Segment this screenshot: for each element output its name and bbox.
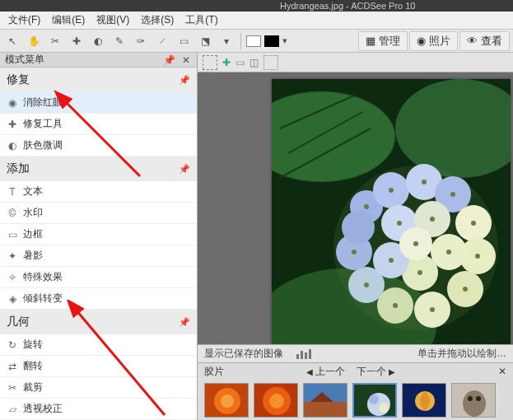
- thumbnail[interactable]: [402, 383, 446, 418]
- tool-item[interactable]: ✂裁剪: [0, 377, 197, 399]
- window-title: Hydrangeas.jpg - ACDSee Pro 10: [0, 0, 513, 12]
- tool-rect[interactable]: ▭: [175, 32, 193, 50]
- svg-point-40: [417, 270, 422, 275]
- svg-point-27: [389, 188, 394, 193]
- filmstrip-label: 胶片: [204, 365, 224, 379]
- tool-item[interactable]: ▭边框: [0, 224, 197, 245]
- thumbnail[interactable]: [451, 383, 496, 418]
- tool-item-icon: ↻: [7, 339, 18, 351]
- tool-item-label: 暑影: [23, 249, 43, 263]
- tool-item[interactable]: ⇄翻转: [0, 356, 197, 377]
- filmstrip-next[interactable]: 下一个 ▶: [357, 365, 395, 379]
- menu-view[interactable]: 视图(V): [91, 12, 134, 29]
- tool-item-label: 倾斜转变: [23, 292, 63, 306]
- tool-item-icon: T: [7, 186, 18, 198]
- thumbnail[interactable]: [254, 383, 298, 418]
- tool-eyedropper[interactable]: ✑: [132, 32, 150, 50]
- group-header[interactable]: 几何📌: [0, 310, 197, 334]
- eye-icon: 👁: [467, 35, 478, 47]
- tool-line[interactable]: ⟋: [153, 32, 171, 50]
- svg-point-48: [269, 394, 284, 408]
- group-title-label: 几何: [7, 315, 30, 329]
- tool-hand[interactable]: ✋: [25, 32, 43, 50]
- tool-shape[interactable]: ⬔: [196, 32, 214, 50]
- filmstrip-close-icon[interactable]: ✕: [498, 366, 506, 377]
- marquee-intersect-icon[interactable]: ◫: [250, 57, 259, 68]
- svg-point-28: [422, 180, 427, 184]
- image-canvas[interactable]: [272, 79, 511, 344]
- svg-point-37: [397, 221, 402, 226]
- tool-pointer[interactable]: ↖: [3, 32, 21, 50]
- swatch-black[interactable]: [264, 35, 279, 47]
- tool-item-label: 裁剪: [23, 380, 43, 394]
- tool-item[interactable]: ↻旋转: [0, 334, 197, 356]
- tool-item[interactable]: T文本: [0, 181, 197, 203]
- tool-crop[interactable]: ✂: [46, 32, 64, 50]
- swatch-white[interactable]: [246, 35, 261, 47]
- thumbnail[interactable]: [204, 383, 249, 418]
- tool-item-icon: ✦: [7, 250, 18, 262]
- tool-brush[interactable]: ✎: [110, 32, 128, 50]
- marquee-add-icon[interactable]: ✚: [222, 57, 231, 68]
- tool-clone[interactable]: ◐: [89, 32, 107, 50]
- filmstrip-prev[interactable]: ◀ 上一个: [306, 365, 345, 379]
- status-bar: 显示已保存的图像 单击并拖动以绘制…: [198, 344, 513, 362]
- tool-item-icon: ✚: [7, 119, 18, 130]
- svg-rect-50: [304, 402, 347, 418]
- panel-pin-icon[interactable]: 📌: [161, 54, 177, 66]
- svg-point-35: [364, 282, 369, 287]
- side-panel: 模式菜单 📌 ✕ 修复📌◉消除红眼✚修复工具◐肤色微调添加📌T文本©水印▭边框✦…: [0, 53, 198, 420]
- group-title-label: 添加: [7, 161, 30, 176]
- histogram-icon[interactable]: [296, 349, 311, 359]
- tool-item-icon: ◈: [7, 293, 18, 305]
- svg-point-19: [342, 211, 375, 244]
- pin-icon[interactable]: 📌: [179, 317, 190, 328]
- tool-item[interactable]: ◉消除红眼: [0, 92, 197, 114]
- marquee-ellipse-icon[interactable]: [263, 55, 278, 70]
- svg-point-30: [471, 221, 476, 226]
- group-header[interactable]: 修复📌: [0, 68, 197, 92]
- selection-toolbar: ✚ ▭ ◫: [198, 53, 513, 72]
- swatch-caret-icon[interactable]: ▾: [282, 35, 287, 46]
- group-header[interactable]: 添加📌: [0, 156, 197, 181]
- marquee-sub-icon[interactable]: ▭: [236, 57, 245, 68]
- tool-item[interactable]: ◐肤色微调: [0, 135, 197, 156]
- tool-item-icon: ▱: [7, 404, 18, 415]
- tool-item[interactable]: ✚修复工具: [0, 114, 197, 135]
- main-area: 模式菜单 📌 ✕ 修复📌◉消除红眼✚修复工具◐肤色微调添加📌T文本©水印▭边框✦…: [0, 53, 513, 420]
- status-saved-label[interactable]: 显示已保存的图像: [204, 347, 283, 361]
- svg-point-54: [379, 403, 389, 413]
- menu-edit[interactable]: 编辑(E): [47, 12, 90, 29]
- tool-item[interactable]: ✦暑影: [0, 245, 197, 267]
- menu-select[interactable]: 选择(S): [136, 12, 179, 29]
- tool-heal[interactable]: ✚: [68, 32, 86, 50]
- svg-point-45: [221, 394, 234, 408]
- menu-tools[interactable]: 工具(T): [180, 12, 222, 29]
- pin-icon[interactable]: 📌: [179, 75, 190, 86]
- marquee-rect-icon[interactable]: [203, 55, 217, 70]
- tool-item[interactable]: ▱透视校正: [0, 399, 197, 420]
- mode-manage-label: 管理: [379, 34, 400, 49]
- image-viewport[interactable]: [198, 72, 513, 344]
- svg-point-41: [389, 258, 394, 263]
- panel-close-icon[interactable]: ✕: [180, 54, 192, 66]
- tool-item[interactable]: ◈倾斜转变: [0, 288, 197, 310]
- tool-dropdown-icon[interactable]: ▾: [217, 32, 236, 50]
- thumbnail-selected[interactable]: [352, 383, 397, 418]
- hydrangea-image: [272, 79, 511, 344]
- mode-manage-button[interactable]: ▦ 管理: [358, 31, 408, 51]
- menu-file[interactable]: 文件(F): [3, 12, 45, 29]
- svg-point-38: [430, 217, 435, 222]
- thumbnail-strip[interactable]: [198, 380, 513, 420]
- mode-view-button[interactable]: 👁 查看: [459, 31, 510, 51]
- viewer-area: ✚ ▭ ◫: [198, 53, 513, 420]
- tool-item[interactable]: ©水印: [0, 203, 197, 224]
- tool-item-label: 文本: [23, 184, 43, 198]
- tool-item-icon: ▭: [7, 229, 18, 240]
- tool-item[interactable]: ✧特殊效果: [0, 267, 197, 288]
- pin-icon[interactable]: 📌: [179, 164, 190, 175]
- svg-point-29: [450, 192, 455, 197]
- thumbnail[interactable]: [303, 383, 347, 418]
- mode-photo-button[interactable]: ◉ 照片: [409, 31, 458, 51]
- svg-point-32: [463, 287, 468, 292]
